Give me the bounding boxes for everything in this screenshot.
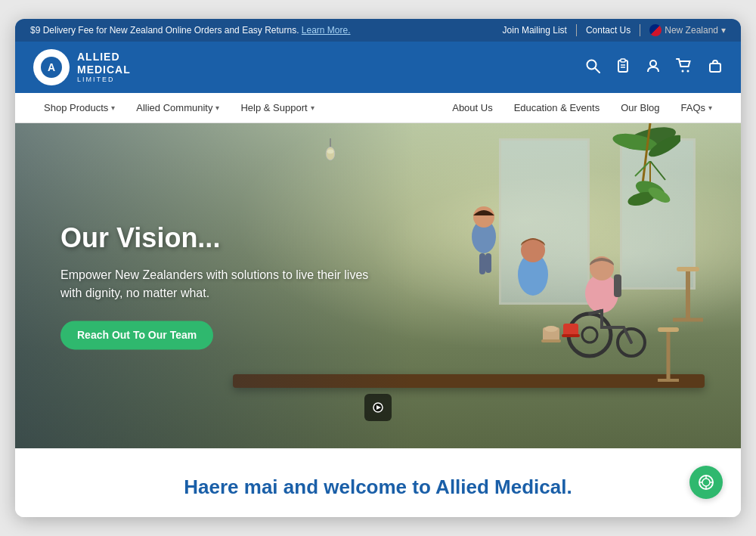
- svg-point-8: [650, 60, 656, 67]
- logo-icon: A: [33, 49, 70, 85]
- welcome-section: Haere mai and welcome to Allied Medical.: [15, 448, 741, 517]
- svg-rect-11: [710, 64, 720, 72]
- site-header: A ALLIED MEDICAL LIMITED: [15, 42, 741, 93]
- chevron-down-icon: ▾: [111, 104, 115, 112]
- nav-item-our-blog[interactable]: Our Blog: [610, 93, 670, 122]
- svg-point-51: [702, 479, 710, 486]
- svg-point-10: [687, 70, 689, 72]
- cart-icon[interactable]: [676, 58, 692, 77]
- nav-item-allied-community[interactable]: Allied Community ▾: [125, 93, 230, 122]
- divider2: [640, 24, 640, 36]
- chat-button[interactable]: [689, 466, 723, 499]
- hero-section: Our Vision... Empower New Zealanders wit…: [15, 123, 741, 448]
- nav-label-education-events: Education & Events: [514, 102, 600, 113]
- nav-label-shop-products: Shop Products: [44, 102, 108, 113]
- announcement-bar: $9 Delivery Fee for New Zealand Online O…: [15, 19, 741, 42]
- nav-item-help-support[interactable]: Help & Support ▾: [230, 93, 324, 122]
- clipboard-icon[interactable]: [615, 58, 631, 77]
- user-icon[interactable]: [646, 58, 661, 77]
- svg-rect-5: [621, 59, 625, 62]
- region-label: New Zealand: [665, 25, 718, 36]
- svg-line-3: [595, 68, 600, 73]
- nav-right: About Us Education & Events Our Blog FAQ…: [442, 93, 723, 122]
- nav-label-allied-community: Allied Community: [136, 102, 212, 113]
- nav-label-faqs: FAQs: [680, 102, 705, 113]
- video-play-button[interactable]: [364, 394, 392, 421]
- logo-text: ALLIED MEDICAL LIMITED: [77, 51, 131, 84]
- nav-item-education-events[interactable]: Education & Events: [503, 93, 610, 122]
- logo-area[interactable]: A ALLIED MEDICAL LIMITED: [33, 49, 131, 85]
- chevron-down-icon: ▾: [215, 104, 219, 112]
- chevron-down-icon: ▾: [721, 25, 726, 36]
- nav-label-about-us: About Us: [452, 102, 492, 113]
- region-selector[interactable]: New Zealand ▾: [649, 24, 726, 36]
- nav-item-shop-products[interactable]: Shop Products ▾: [33, 93, 125, 122]
- browser-window: $9 Delivery Fee for New Zealand Online O…: [15, 19, 741, 517]
- announcement-text: $9 Delivery Fee for New Zealand Online O…: [30, 25, 351, 36]
- announcement-right: Join Mailing List Contact Us New Zealand…: [503, 24, 726, 36]
- chevron-down-icon: ▾: [311, 104, 314, 112]
- bag-icon[interactable]: [708, 58, 723, 77]
- reach-out-button[interactable]: Reach Out To Our Team: [60, 321, 213, 350]
- hero-title: Our Vision...: [60, 222, 378, 254]
- search-icon[interactable]: [585, 58, 600, 77]
- announcement-message: $9 Delivery Fee for New Zealand Online O…: [30, 25, 299, 36]
- nav-label-our-blog: Our Blog: [621, 102, 659, 113]
- nav-item-faqs[interactable]: FAQs ▾: [670, 93, 723, 122]
- nav-left: Shop Products ▾ Allied Community ▾ Help …: [33, 93, 325, 122]
- learn-more-link[interactable]: Learn More.: [302, 25, 351, 36]
- chevron-down-icon: ▾: [708, 104, 712, 112]
- svg-point-9: [682, 70, 684, 72]
- hero-content: Our Vision... Empower New Zealanders wit…: [60, 222, 378, 349]
- nav-bar: Shop Products ▾ Allied Community ▾ Help …: [15, 93, 741, 123]
- hero-subtitle: Empower New Zealanders with solutions to…: [60, 267, 378, 303]
- join-mailing-link[interactable]: Join Mailing List: [503, 25, 567, 36]
- welcome-title: Haere mai and welcome to Allied Medical.: [33, 476, 723, 499]
- flag-icon: [649, 24, 662, 36]
- nav-label-help-support: Help & Support: [240, 102, 307, 113]
- header-icons: [585, 58, 723, 77]
- nav-item-about-us[interactable]: About Us: [442, 93, 503, 122]
- svg-text:A: A: [48, 61, 55, 73]
- divider: [576, 24, 577, 36]
- contact-us-link[interactable]: Contact Us: [586, 25, 631, 36]
